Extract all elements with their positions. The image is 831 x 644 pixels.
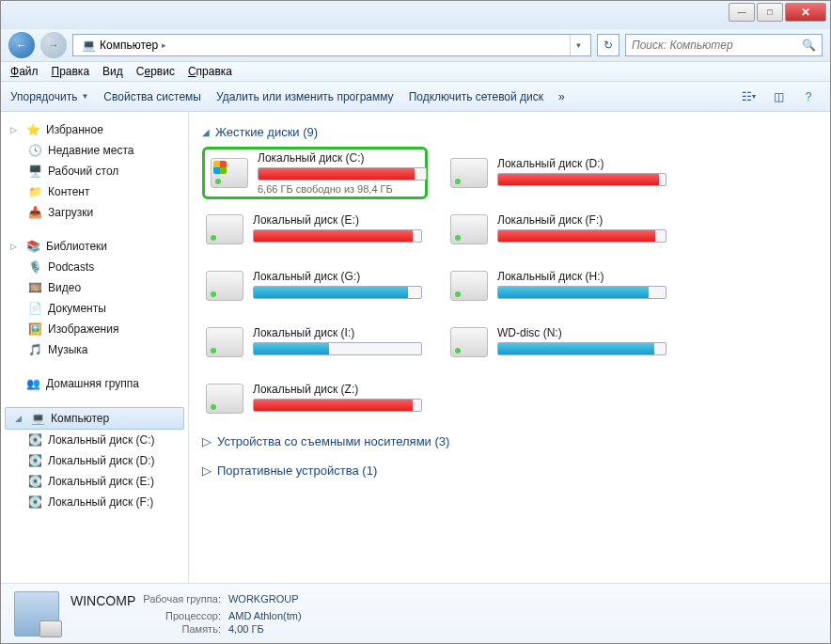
sidebar-computer[interactable]: ◢💻Компьютер (5, 407, 184, 430)
drive-item[interactable]: Локальный диск (E:) (202, 203, 428, 256)
drive-name: Локальный диск (E:) (253, 213, 424, 227)
toolbar-uninstall[interactable]: Удалить или изменить программу (216, 90, 394, 103)
drive-usage-bar (497, 342, 666, 355)
menu-service[interactable]: Сервис (136, 65, 175, 78)
sidebar-desktop[interactable]: 🖥️Рабочий стол (1, 161, 188, 181)
help-button[interactable]: ? (796, 86, 821, 107)
documents-icon: 📄 (27, 301, 42, 316)
breadcrumb-computer[interactable]: 💻 Компьютер ▸ (77, 38, 170, 53)
drive-item[interactable]: Локальный диск (C:)6,66 ГБ свободно из 9… (202, 147, 428, 199)
search-box[interactable]: 🔍 (625, 34, 823, 56)
address-dropdown-icon[interactable]: ▼ (570, 35, 587, 55)
sidebar-disk-c[interactable]: 💽Локальный диск (C:) (1, 430, 188, 450)
drive-usage-bar (253, 342, 422, 355)
toolbar-more[interactable]: » (558, 90, 565, 103)
drive-icon: 💽 (27, 474, 42, 489)
toolbar-map-drive[interactable]: Подключить сетевой диск (409, 90, 543, 103)
drive-name: Локальный диск (G:) (253, 270, 424, 283)
breadcrumb-separator-icon[interactable]: ▸ (162, 40, 166, 50)
downloads-icon: 📥 (27, 205, 42, 220)
drive-icon: 💽 (27, 495, 42, 510)
refresh-button[interactable]: ↻ (597, 34, 619, 56)
sidebar-disk-d[interactable]: 💽Локальный диск (D:) (1, 450, 188, 471)
sidebar-podcasts[interactable]: 🎙️Podcasts (1, 257, 188, 277)
drive-item[interactable]: Локальный диск (G:) (202, 259, 428, 312)
sidebar-video[interactable]: 🎞️Видео (1, 277, 188, 298)
details-workgroup-label: Рабочая группа: (143, 593, 221, 608)
drive-usage-bar (497, 286, 666, 299)
drive-usage-bar (497, 173, 666, 186)
drive-name: Локальный диск (F:) (497, 213, 668, 227)
computer-large-icon (14, 591, 59, 636)
menu-view[interactable]: Вид (102, 65, 123, 78)
toolbar-organize[interactable]: Упорядочить ▼ (10, 90, 88, 103)
breadcrumb-label: Компьютер (100, 39, 158, 52)
drive-icon (211, 158, 248, 188)
toolbar-system-properties[interactable]: Свойства системы (103, 90, 201, 103)
view-mode-button[interactable]: ☷▾ (736, 86, 760, 107)
libraries-icon: 📚 (25, 239, 40, 254)
toolbar: Упорядочить ▼ Свойства системы Удалить и… (1, 82, 830, 112)
drive-name: Локальный диск (I:) (253, 326, 424, 339)
sidebar-content[interactable]: 📁Контент (1, 181, 188, 202)
chevron-right-icon: ▷ (202, 463, 212, 478)
star-icon: ⭐ (25, 122, 40, 137)
nav-back-button[interactable]: ← (8, 32, 35, 58)
details-computer-name: WINCOMP (71, 593, 135, 608)
content-pane: ◢Жесткие диски (9) Локальный диск (C:)6,… (189, 112, 830, 583)
drive-icon (206, 384, 243, 414)
homegroup-icon: 👥 (25, 376, 40, 391)
titlebar: — □ ✕ (1, 1, 830, 29)
address-row: ← → 💻 Компьютер ▸ ▼ ↻ 🔍 (1, 29, 830, 61)
menu-file[interactable]: ФФайлайл (10, 65, 39, 78)
drive-name: Локальный диск (H:) (497, 270, 668, 283)
close-button[interactable]: ✕ (785, 3, 826, 22)
drive-item[interactable]: Локальный диск (F:) (447, 203, 672, 256)
sidebar-documents[interactable]: 📄Документы (1, 298, 188, 319)
section-portable[interactable]: ▷Портативные устройства (1) (202, 454, 817, 483)
folder-icon: 📁 (27, 184, 42, 199)
drive-item[interactable]: Локальный диск (I:) (202, 316, 428, 369)
drive-name: Локальный диск (D:) (497, 157, 668, 170)
computer-icon: 💻 (81, 38, 96, 53)
details-memory: 4,00 ГБ (228, 623, 302, 635)
drive-free-text: 6,66 ГБ свободно из 98,4 ГБ (258, 183, 427, 195)
menu-edit[interactable]: Правка (52, 65, 90, 78)
sidebar-downloads[interactable]: 📥Загрузки (1, 202, 188, 223)
drive-item[interactable]: Локальный диск (D:) (447, 147, 672, 199)
drive-name: WD-disc (N:) (497, 326, 668, 339)
sidebar-homegroup[interactable]: 👥Домашняя группа (1, 373, 188, 394)
details-workgroup: WORKGROUP (228, 593, 302, 608)
drive-usage-bar (253, 399, 422, 412)
drive-name: Локальный диск (Z:) (253, 383, 424, 396)
drive-item[interactable]: Локальный диск (Z:) (202, 372, 428, 425)
sidebar-pictures[interactable]: 🖼️Изображения (1, 319, 188, 339)
sidebar-libraries[interactable]: ▷📚Библиотеки (1, 236, 188, 257)
search-input[interactable] (632, 39, 798, 52)
sidebar-recent[interactable]: 🕓Недавние места (1, 140, 188, 161)
preview-pane-button[interactable]: ◫ (766, 86, 791, 107)
sidebar-disk-e[interactable]: 💽Локальный диск (E:) (1, 471, 188, 492)
details-pane: WINCOMP Рабочая группа: WORKGROUP Процес… (1, 583, 830, 643)
desktop-icon: 🖥️ (27, 164, 42, 179)
podcast-icon: 🎙️ (27, 259, 42, 275)
section-removable[interactable]: ▷Устройства со съемными носителями (3) (202, 425, 817, 454)
drive-usage-bar (258, 167, 427, 181)
nav-forward-button[interactable]: → (40, 32, 67, 58)
chevron-down-icon: ◢ (202, 127, 210, 137)
explorer-window: — □ ✕ ← → 💻 Компьютер ▸ ▼ ↻ 🔍 ФФайлайл П… (0, 0, 831, 644)
drive-icon: 💽 (27, 432, 42, 448)
menu-help[interactable]: Справка (188, 65, 232, 78)
drive-usage-bar (253, 286, 422, 299)
drive-item[interactable]: Локальный диск (H:) (447, 259, 672, 312)
section-hard-disks[interactable]: ◢Жесткие диски (9) (202, 121, 817, 147)
drive-item[interactable]: WD-disc (N:) (447, 316, 672, 369)
sidebar-music[interactable]: 🎵Музыка (1, 339, 188, 360)
drive-icon: 💽 (27, 453, 42, 468)
address-bar[interactable]: 💻 Компьютер ▸ ▼ (72, 34, 591, 56)
maximize-button[interactable]: □ (757, 3, 783, 22)
chevron-down-icon: ▼ (81, 92, 88, 101)
minimize-button[interactable]: — (729, 3, 755, 22)
sidebar-favorites[interactable]: ▷⭐Избранное (1, 119, 188, 140)
sidebar-disk-f[interactable]: 💽Локальный диск (F:) (1, 492, 188, 512)
